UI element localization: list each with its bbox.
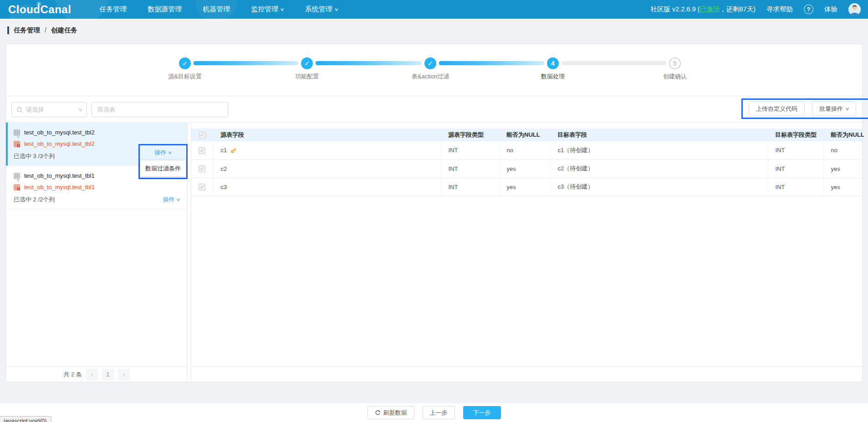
field-mapping-area: ✓ 源表字段 源表字段类型 能否为NULL 目标表字段 目标表字段类型 能否为N… — [191, 123, 862, 382]
question-icon[interactable]: ? — [804, 5, 813, 14]
step-connector — [194, 61, 298, 65]
step-4-circle: 4 — [547, 57, 559, 69]
edition-version: 社区版 v2.2.6.9 — [651, 5, 696, 13]
table-list-panel: test_ob_to_mysql.test_tbl2 ∨ test_ob_to_… — [6, 123, 188, 382]
source-table-name: test_ob_to_mysql.test_tbl1 — [24, 172, 95, 179]
highlight-box-buttons: 上传自定义代码 批量操作 ∨ — [741, 98, 868, 119]
step-1-label: 源&目标设置 — [139, 72, 230, 81]
nav-item-label: 任务管理 — [99, 5, 127, 14]
column-header: 目标表字段 — [550, 129, 768, 141]
step-2-label: 功能配置 — [261, 72, 352, 81]
table-row: ✓ c2 INT yes c2（待创建） INT yes — [191, 160, 862, 178]
step-connector — [562, 61, 666, 65]
highlight-box-action-menu: 操作 ∨ 数据过滤条件 — [138, 144, 188, 179]
refresh-data-button[interactable]: 刷新数据 — [368, 406, 414, 419]
target-table-pending-icon — [14, 184, 20, 190]
select-all-checkbox[interactable]: ✓ — [199, 132, 206, 139]
source-table-row: test_ob_to_mysql.test_tbl2 — [14, 127, 180, 138]
row-checkbox[interactable]: ✓ — [199, 165, 205, 172]
trial-link[interactable]: 体验 — [824, 5, 837, 14]
navbar-right: 社区版 v2.2.6.9 (已激活，还剩87天) 寻求帮助 ? 体验 — [651, 3, 861, 15]
action-dropdown-link[interactable]: 操作 ∨ — [140, 145, 186, 160]
step-connector — [439, 61, 544, 65]
target-field-name: c2（待创建） — [550, 160, 768, 178]
target-field-type: INT — [768, 178, 823, 196]
help-link[interactable]: 寻求帮助 — [766, 5, 793, 14]
nav-item-monitoring[interactable]: 监控管理 ∨ — [251, 5, 284, 14]
chevron-down-icon: ∨ — [16, 178, 20, 182]
button-label: 下一步 — [473, 409, 491, 417]
source-table-name: test_ob_to_mysql.test_tbl2 — [24, 129, 95, 136]
selection-summary: 已选中 3 /3个列 — [14, 152, 55, 160]
table-header-row: ✓ 源表字段 源表字段类型 能否为NULL 目标表字段 目标表字段类型 能否为N… — [191, 129, 862, 141]
action-label: 操作 — [163, 196, 174, 204]
next-step-button[interactable]: 下一步 — [463, 406, 501, 419]
main-nav: 任务管理 数据源管理 机器管理 监控管理 ∨ 系统管理 ∨ — [99, 5, 338, 14]
nav-item-machines[interactable]: 机器管理 — [203, 5, 230, 14]
nav-item-label: 机器管理 — [203, 5, 230, 14]
nav-item-label: 监控管理 — [251, 5, 278, 14]
pagination: 共 2 条 ‹ 1 › — [6, 366, 187, 382]
row-checkbox[interactable]: ✓ — [199, 147, 205, 154]
breadcrumb-section[interactable]: 任务管理 — [14, 26, 40, 35]
target-nullable: no — [823, 141, 862, 160]
step-5-circle: 5 — [669, 57, 681, 69]
target-table-row: test_ob_to_mysql.test_tbl1 — [14, 181, 180, 193]
target-field-name: c3（待创建） — [550, 178, 768, 196]
step-connector — [316, 61, 422, 65]
snowflake-icon — [36, 1, 41, 6]
source-field-name: c2 — [213, 160, 441, 178]
target-table-name: test_ob_to_mysql.test_tbl2 — [24, 140, 95, 147]
top-navbar: CloudCanal 任务管理 数据源管理 机器管理 监控管理 ∨ 系统管理 ∨… — [0, 0, 868, 19]
pagination-page-1[interactable]: 1 — [102, 369, 114, 381]
refresh-icon — [375, 410, 381, 416]
chevron-down-icon: ∨ — [78, 107, 83, 112]
source-field-name: c3 — [213, 178, 441, 196]
chevron-down-icon: ∨ — [168, 150, 173, 155]
check-icon: ✓ — [428, 60, 433, 67]
upload-custom-code-button[interactable]: 上传自定义代码 — [749, 101, 805, 116]
step-2-circle: ✓ — [301, 57, 313, 69]
column-header: 目标表字段类型 — [768, 129, 823, 141]
source-field-type: INT — [441, 178, 499, 196]
nav-item-system[interactable]: 系统管理 ∨ — [305, 5, 338, 14]
footer-action-bar: 刷新数据 上一步 下一步 — [0, 403, 868, 422]
step-3-circle: ✓ — [424, 57, 436, 69]
chevron-down-icon: ∨ — [16, 135, 20, 139]
menu-item-label: 数据过滤条件 — [145, 165, 181, 173]
step-4-label: 数据处理 — [507, 72, 598, 81]
previous-step-button[interactable]: 上一步 — [423, 406, 455, 419]
selection-summary-row: 已选中 2 /2个列 操作 ∨ — [14, 195, 180, 204]
pagination-next-button[interactable]: › — [118, 369, 130, 381]
nav-item-datasources[interactable]: 数据源管理 — [148, 5, 182, 14]
nav-item-tasks[interactable]: 任务管理 — [99, 5, 127, 14]
days-left: ，还剩87天) — [720, 5, 756, 13]
pagination-total: 共 2 条 — [63, 371, 82, 379]
field-mapping-table-container: ✓ 源表字段 源表字段类型 能否为NULL 目标表字段 目标表字段类型 能否为N… — [191, 129, 862, 367]
brand-logo[interactable]: CloudCanal — [8, 3, 71, 16]
button-label: 刷新数据 — [383, 409, 407, 417]
column-header: 能否为NULL — [823, 129, 862, 141]
datasource-select[interactable]: 请选择 ∨ — [11, 102, 87, 117]
menu-item-data-filter[interactable]: 数据过滤条件 — [140, 160, 186, 177]
version-text: 社区版 v2.2.6.9 (已激活，还剩87天) — [651, 5, 756, 14]
target-field-type: INT — [768, 141, 823, 160]
target-table-pending-icon — [14, 141, 20, 147]
button-label: 批量操作 — [819, 105, 843, 113]
source-nullable: no — [499, 141, 550, 160]
nav-item-label: 数据源管理 — [148, 5, 182, 14]
action-dropdown-link[interactable]: 操作 ∨ — [163, 196, 180, 204]
target-table-name: test_ob_to_mysql.test_tbl1 — [24, 184, 95, 190]
table-filter-input[interactable] — [92, 102, 228, 117]
avatar[interactable] — [848, 3, 861, 15]
row-checkbox[interactable]: ✓ — [199, 184, 205, 190]
breadcrumb: 任务管理 / 创建任务 — [0, 19, 868, 41]
chevron-down-icon: ∨ — [845, 106, 850, 111]
toolbar: 请选择 ∨ 上传自定义代码 批量操作 ∨ — [6, 96, 862, 123]
batch-operation-button[interactable]: 批量操作 ∨ — [812, 101, 856, 116]
column-header: 源表字段 — [213, 129, 441, 141]
source-field-name: c1 — [221, 147, 227, 154]
pagination-prev-button[interactable]: ‹ — [86, 369, 98, 381]
selection-summary: 已选中 2 /2个列 — [14, 196, 55, 204]
chevron-down-icon: ∨ — [334, 7, 338, 12]
